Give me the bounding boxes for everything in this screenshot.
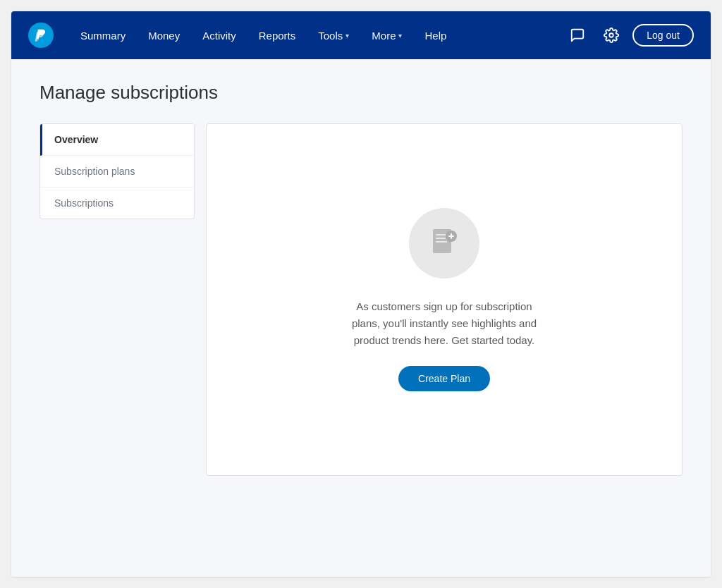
- tools-chevron-icon: ▾: [345, 32, 349, 39]
- nav-activity[interactable]: Activity: [192, 24, 246, 47]
- svg-rect-4: [436, 241, 447, 243]
- nav-help[interactable]: Help: [415, 24, 456, 47]
- svg-point-0: [610, 33, 614, 37]
- empty-state-icon: [409, 208, 479, 278]
- paypal-logo: [28, 23, 54, 48]
- nav-tools[interactable]: Tools ▾: [308, 24, 359, 47]
- navbar-actions: Log out: [565, 23, 694, 48]
- nav-more[interactable]: More ▾: [362, 24, 412, 47]
- main-panel: As customers sign up for subscription pl…: [206, 123, 683, 476]
- create-plan-button[interactable]: Create Plan: [398, 366, 490, 391]
- sidebar-item-subscriptions[interactable]: Subscriptions: [40, 188, 194, 219]
- message-icon-button[interactable]: [565, 23, 590, 48]
- sidebar: Overview Subscription plans Subscription…: [39, 123, 195, 219]
- sidebar-item-overview[interactable]: Overview: [40, 124, 194, 156]
- nav-reports[interactable]: Reports: [249, 24, 306, 47]
- page-wrapper: Summary Money Activity Reports Tools ▾ M…: [0, 0, 722, 588]
- navbar: Summary Money Activity Reports Tools ▾ M…: [11, 11, 711, 59]
- nav-summary[interactable]: Summary: [71, 24, 135, 47]
- inner-wrapper: Summary Money Activity Reports Tools ▾ M…: [11, 11, 711, 577]
- logout-button[interactable]: Log out: [632, 24, 694, 47]
- svg-rect-3: [436, 238, 446, 239]
- empty-state-description: As customers sign up for subscription pl…: [345, 298, 543, 349]
- empty-state: As customers sign up for subscription pl…: [317, 180, 571, 419]
- more-chevron-icon: ▾: [398, 32, 402, 39]
- svg-rect-7: [451, 233, 452, 239]
- nav-links: Summary Money Activity Reports Tools ▾ M…: [71, 24, 565, 47]
- page-title: Manage subscriptions: [39, 82, 683, 104]
- content-layout: Overview Subscription plans Subscription…: [39, 123, 683, 476]
- nav-money[interactable]: Money: [138, 24, 190, 47]
- sidebar-item-subscription-plans[interactable]: Subscription plans: [40, 156, 194, 188]
- page-content: Manage subscriptions Overview Subscripti…: [11, 59, 711, 577]
- settings-icon-button[interactable]: [599, 23, 624, 48]
